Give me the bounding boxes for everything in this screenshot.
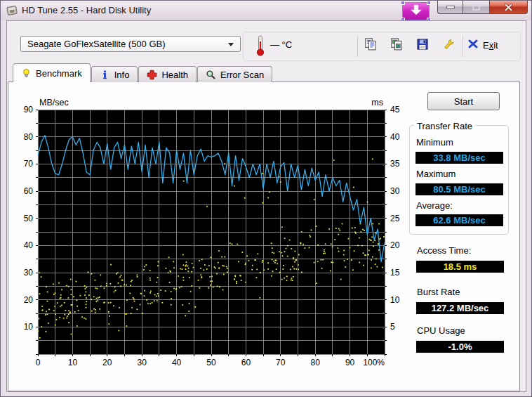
svg-text:40: 40 (24, 240, 34, 250)
lightbulb-icon (21, 68, 32, 79)
tab-label: Health (161, 70, 188, 80)
toolbar-icon-group (365, 38, 454, 51)
svg-text:5: 5 (390, 322, 395, 332)
title-bar[interactable]: HD Tune 2.55 - Hard Disk Utility (1, 1, 532, 20)
svg-text:30: 30 (390, 186, 400, 196)
svg-text:40: 40 (172, 358, 182, 367)
temperature-readout: — °C (270, 39, 292, 50)
svg-text:40: 40 (390, 132, 400, 142)
cpu-usage-value: -1.0% (416, 341, 504, 353)
svg-text:60: 60 (24, 186, 34, 196)
app-window: HD Tune 2.55 - Hard Disk Utility (0, 0, 532, 397)
svg-text:45: 45 (390, 105, 400, 115)
svg-text:30: 30 (24, 268, 34, 278)
exit-label: Exit (483, 40, 498, 51)
tab-label: Benchmark (36, 68, 82, 79)
burst-rate-value: 127.2 MB/sec (416, 302, 504, 314)
tab-error-scan[interactable]: Error Scan (197, 66, 272, 82)
svg-text:10: 10 (24, 322, 34, 332)
tab-health[interactable]: Health (138, 66, 197, 82)
drive-select-value: Seagate GoFlexSatellite (500 GB) (27, 39, 166, 49)
health-cross-icon (147, 70, 157, 80)
maximize-button[interactable] (463, 1, 490, 14)
exit-x-icon (468, 39, 478, 51)
svg-text:50: 50 (206, 358, 216, 367)
svg-text:80: 80 (24, 132, 34, 142)
average-value: 62.6 MB/sec (415, 214, 503, 226)
maximum-label: Maximum (416, 169, 455, 179)
save-icon[interactable] (417, 38, 428, 51)
svg-text:100%: 100% (363, 358, 385, 367)
tab-label: Info (114, 70, 130, 80)
tab-info[interactable]: Info (91, 66, 138, 82)
tab-benchmark[interactable]: Benchmark (13, 63, 91, 82)
burst-rate-label: Burst Rate (417, 287, 460, 297)
drive-select-dropdown[interactable]: Seagate GoFlexSatellite (500 GB) (20, 36, 241, 52)
transfer-rate-group-label: Transfer Rate (414, 121, 475, 131)
maximum-value: 80.5 MB/sec (415, 183, 503, 195)
info-icon (100, 70, 110, 80)
window-title: HD Tune 2.55 - Hard Disk Utility (22, 5, 151, 15)
copy-image-icon[interactable] (391, 38, 402, 51)
svg-text:15: 15 (390, 268, 400, 278)
caption-buttons (437, 1, 528, 15)
svg-text:50: 50 (24, 214, 34, 223)
close-icon (504, 4, 513, 11)
average-label: Average: (416, 200, 453, 211)
app-icon (6, 4, 18, 17)
svg-text:20: 20 (102, 358, 112, 367)
svg-text:90: 90 (24, 105, 34, 115)
tab-bar: BenchmarkInfoHealthError Scan (13, 63, 273, 82)
minimize-icon (446, 6, 455, 9)
capture-button[interactable] (402, 2, 430, 20)
thermometer-icon (255, 34, 266, 56)
svg-text:60: 60 (241, 358, 251, 367)
tab-label: Error Scan (220, 70, 264, 80)
start-button[interactable]: Start (427, 92, 500, 110)
svg-text:0: 0 (36, 358, 41, 367)
magnifier-icon (206, 70, 216, 80)
access-time-label: Access Time: (417, 245, 471, 256)
svg-text:20: 20 (390, 240, 400, 250)
access-time-value: 18.5 ms (416, 261, 504, 273)
toolbar-separator (463, 36, 463, 57)
exit-button[interactable]: Exit (468, 39, 498, 51)
svg-text:80: 80 (311, 358, 321, 367)
cpu-usage-label: CPU Usage (417, 325, 465, 336)
copy-text-icon[interactable] (365, 38, 376, 51)
minimize-button[interactable] (437, 1, 463, 14)
svg-text:70: 70 (24, 159, 34, 169)
svg-text:10: 10 (390, 295, 400, 305)
minimum-label: Minimum (416, 137, 453, 148)
maximize-icon (472, 4, 480, 11)
svg-text:90: 90 (345, 358, 355, 367)
options-icon[interactable] (443, 38, 454, 51)
minimum-value: 33.8 MB/sec (415, 152, 503, 164)
svg-text:20: 20 (24, 295, 34, 305)
download-arrow-icon (408, 4, 424, 19)
close-button[interactable] (490, 1, 528, 14)
svg-text:10: 10 (68, 358, 78, 367)
toolbar-separator (357, 36, 358, 57)
svg-text:70: 70 (276, 358, 286, 367)
svg-text:35: 35 (390, 159, 400, 169)
svg-text:25: 25 (390, 214, 400, 223)
chevron-down-icon (228, 43, 234, 46)
svg-text:30: 30 (138, 358, 147, 367)
svg-text:MB/sec: MB/sec (39, 98, 69, 108)
svg-text:ms: ms (371, 98, 383, 108)
